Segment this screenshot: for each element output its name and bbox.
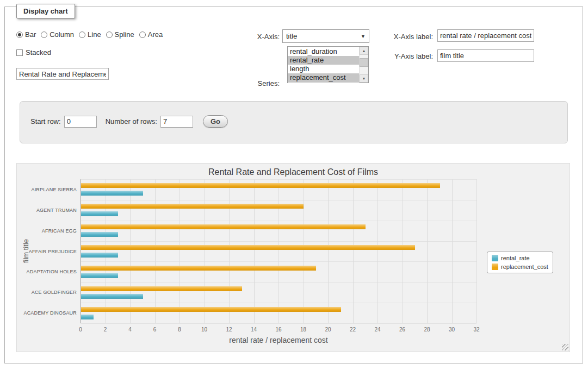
grid-line-vertical xyxy=(155,179,156,323)
radio-label: Spline xyxy=(115,30,134,39)
radio-icon xyxy=(16,32,23,38)
legend-label: rental_rate xyxy=(501,255,530,261)
go-button[interactable]: Go xyxy=(203,115,228,128)
chart-type-option-bar[interactable]: Bar xyxy=(16,30,36,39)
grid-line-horizontal xyxy=(81,323,476,324)
radio-label: Area xyxy=(148,30,163,39)
grid-line-vertical xyxy=(278,179,279,323)
bar-replacement_cost[interactable] xyxy=(81,224,366,229)
grid-line-vertical xyxy=(106,179,106,323)
category-label: AGENT TRUMAN xyxy=(20,208,77,213)
bar-rental_rate[interactable] xyxy=(81,211,118,216)
scrollbar-down-icon[interactable]: ▼ xyxy=(360,74,368,83)
series-scrollbar[interactable]: ▲ ▼ xyxy=(359,47,368,83)
x-tick-label: 4 xyxy=(128,327,132,333)
x-tick-label: 0 xyxy=(79,327,82,333)
bar-rental_rate[interactable] xyxy=(81,294,143,299)
start-row-input[interactable] xyxy=(64,116,97,128)
legend-item-rental_rate[interactable]: rental_rate xyxy=(492,255,548,261)
plot-area xyxy=(81,179,476,323)
grid-line-vertical xyxy=(476,179,477,323)
series-listbox[interactable]: rental_durationrental_ratelengthreplacem… xyxy=(287,46,369,83)
chart-legend: rental_ratereplacement_cost xyxy=(487,252,553,273)
radio-label: Column xyxy=(49,30,74,39)
legend-item-replacement_cost[interactable]: replacement_cost xyxy=(492,264,548,270)
x-axis-select-label: X-Axis: xyxy=(225,33,280,41)
chart-title-input[interactable] xyxy=(16,68,109,80)
grid-line-vertical xyxy=(427,179,428,323)
chart-type-radio-group: BarColumnLineSplineArea xyxy=(16,30,163,39)
resize-handle-icon[interactable] xyxy=(562,344,568,350)
series-option-rental_rate[interactable]: rental_rate xyxy=(288,56,359,65)
x-axis-label-input[interactable] xyxy=(437,29,534,42)
series-option-rental_duration[interactable]: rental_duration xyxy=(288,47,359,56)
scrollbar-up-icon[interactable]: ▲ xyxy=(360,47,368,55)
stacked-label: Stacked xyxy=(26,48,51,57)
grid-line-vertical xyxy=(229,179,230,323)
number-of-rows-input[interactable] xyxy=(160,116,193,128)
radio-label: Line xyxy=(88,30,101,39)
radio-label: Bar xyxy=(25,30,36,39)
stacked-checkbox[interactable]: Stacked xyxy=(16,48,51,57)
bar-replacement_cost[interactable] xyxy=(81,204,304,209)
bar-replacement_cost[interactable] xyxy=(81,266,316,271)
x-tick-label: 30 xyxy=(449,327,455,333)
x-tick-label: 10 xyxy=(201,327,207,333)
x-tick-label: 20 xyxy=(325,327,331,333)
category-label: AFFAIR PREJUDICE xyxy=(20,249,77,254)
x-tick-label: 32 xyxy=(473,327,479,333)
legend-swatch xyxy=(492,255,498,261)
bar-replacement_cost[interactable] xyxy=(81,307,341,312)
category-label: AIRPLANE SIERRA xyxy=(20,187,77,192)
dropdown-arrow-icon: ▼ xyxy=(361,34,366,39)
x-axis-title: rental rate / replacement cost xyxy=(81,336,476,344)
bar-replacement_cost[interactable] xyxy=(81,183,440,188)
chart-type-option-area[interactable]: Area xyxy=(139,30,163,39)
x-tick-label: 26 xyxy=(399,327,405,333)
radio-icon xyxy=(106,32,113,38)
chart-title: Rental Rate and Replacement Cost of Film… xyxy=(17,167,570,177)
bar-rental_rate[interactable] xyxy=(81,273,118,278)
series-list-label: Series: xyxy=(225,79,280,87)
chart-type-option-line[interactable]: Line xyxy=(79,30,101,39)
bar-rental_rate[interactable] xyxy=(81,253,118,258)
grid-line-vertical xyxy=(328,179,329,323)
category-label: ADAPTATION HOLES xyxy=(20,269,77,274)
category-label: AFRICAN EGG xyxy=(20,228,77,234)
checkbox-icon xyxy=(16,49,23,56)
grid-line-vertical xyxy=(180,179,180,323)
chart-container: Rental Rate and Replacement Cost of Film… xyxy=(16,163,570,352)
x-axis-select[interactable]: title ▼ xyxy=(282,29,369,43)
grid-line-vertical xyxy=(403,179,403,323)
start-row-label: Start row: xyxy=(30,117,61,126)
display-chart-fieldset: Display chart BarColumnLineSplineArea St… xyxy=(4,7,583,363)
panel-legend: Display chart xyxy=(16,4,75,18)
grid-line-vertical xyxy=(205,179,205,323)
x-axis-selected-value: title xyxy=(286,32,297,40)
x-tick-label: 2 xyxy=(104,327,107,333)
radio-icon xyxy=(139,32,146,38)
x-tick-label: 8 xyxy=(178,327,181,333)
chart-type-option-spline[interactable]: Spline xyxy=(106,30,134,39)
series-option-replacement_cost[interactable]: replacement_cost xyxy=(288,73,359,82)
bar-rental_rate[interactable] xyxy=(81,191,143,196)
number-of-rows-label: Number of rows: xyxy=(106,117,157,126)
x-tick-label: 28 xyxy=(424,327,430,333)
value-axis-line xyxy=(81,179,81,323)
chart-type-option-column[interactable]: Column xyxy=(41,30,74,39)
radio-icon xyxy=(41,32,47,38)
scrollbar-track[interactable] xyxy=(360,55,368,74)
bar-replacement_cost[interactable] xyxy=(81,286,242,291)
series-option-length[interactable]: length xyxy=(288,65,359,73)
bar-rental_rate[interactable] xyxy=(81,232,118,237)
legend-swatch xyxy=(492,264,498,270)
x-tick-label: 18 xyxy=(300,327,306,333)
scrollbar-thumb[interactable] xyxy=(360,58,368,67)
grid-line-vertical xyxy=(452,179,453,323)
grid-line-vertical xyxy=(130,179,131,323)
category-label: ACADEMY DINOSAUR xyxy=(20,310,77,316)
bar-rental_rate[interactable] xyxy=(81,315,94,319)
bar-replacement_cost[interactable] xyxy=(81,245,415,250)
x-tick-label: 16 xyxy=(275,327,281,333)
y-axis-label-input[interactable] xyxy=(437,49,534,62)
